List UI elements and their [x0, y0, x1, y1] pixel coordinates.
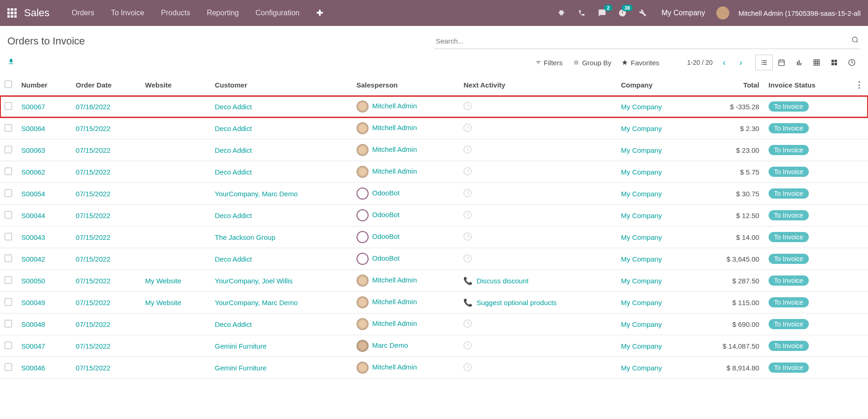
customer[interactable]: The Jackson Group — [215, 233, 276, 241]
order-date[interactable]: 07/15/2022 — [76, 212, 111, 219]
salesperson-avatar[interactable] — [357, 340, 369, 352]
table-row[interactable]: S0005007/15/2022My WebsiteYourCompany, J… — [0, 270, 868, 292]
salesperson-avatar[interactable] — [357, 296, 369, 308]
clock-icon[interactable] — [463, 211, 472, 219]
order-date[interactable]: 07/15/2022 — [76, 233, 111, 241]
order-number[interactable]: S00049 — [21, 299, 45, 306]
salesperson-avatar[interactable] — [357, 122, 369, 134]
salesperson-avatar[interactable] — [357, 253, 369, 265]
order-number[interactable]: S00050 — [21, 277, 45, 285]
salesperson-avatar[interactable] — [357, 275, 369, 287]
col-website[interactable]: Website — [141, 74, 210, 96]
nav-configuration[interactable]: Configuration — [247, 9, 308, 17]
customer[interactable]: Deco Addict — [215, 255, 252, 263]
activity-text[interactable]: Suggest optional products — [476, 299, 556, 306]
nav-reporting[interactable]: Reporting — [198, 9, 247, 17]
company[interactable]: My Company — [621, 190, 662, 198]
company[interactable]: My Company — [621, 168, 662, 176]
salesperson-avatar[interactable] — [357, 166, 369, 178]
company[interactable]: My Company — [621, 233, 662, 241]
salesperson-avatar[interactable] — [357, 231, 369, 243]
row-checkbox[interactable] — [5, 363, 12, 371]
order-date[interactable]: 07/15/2022 — [76, 168, 111, 176]
clock-icon[interactable] — [463, 319, 472, 328]
order-number[interactable]: S00046 — [21, 364, 45, 372]
order-date[interactable]: 07/15/2022 — [76, 277, 111, 285]
salesperson[interactable]: Mitchell Admin — [372, 298, 417, 306]
table-row[interactable]: S0006407/15/2022Deco AddictMitchell Admi… — [0, 118, 868, 139]
company[interactable]: My Company — [621, 212, 662, 219]
col-order-date[interactable]: Order Date — [71, 74, 141, 96]
salesperson-avatar[interactable] — [357, 318, 369, 330]
salesperson-avatar[interactable] — [357, 144, 369, 156]
salesperson[interactable]: Mitchell Admin — [372, 145, 417, 153]
company[interactable]: My Company — [621, 342, 662, 350]
favorites-button[interactable]: Favorites — [622, 59, 659, 67]
row-checkbox[interactable] — [5, 211, 12, 219]
salesperson-avatar[interactable] — [357, 100, 369, 113]
search-input[interactable] — [434, 33, 861, 49]
order-number[interactable]: S00054 — [21, 190, 45, 198]
col-total[interactable]: Total — [693, 74, 764, 96]
salesperson-avatar[interactable] — [357, 188, 369, 200]
phone-activity-icon[interactable]: 📞 — [463, 277, 473, 285]
pager-prev[interactable]: ‹ — [719, 56, 729, 69]
salesperson-avatar[interactable] — [357, 362, 369, 374]
order-date[interactable]: 07/15/2022 — [76, 320, 111, 328]
col-number[interactable]: Number — [17, 74, 71, 96]
order-date[interactable]: 07/15/2022 — [76, 255, 111, 263]
customer[interactable]: Deco Addict — [215, 212, 252, 219]
salesperson[interactable]: OdooBot — [372, 254, 400, 262]
table-row[interactable]: S0005407/15/2022YourCompany, Marc DemoOd… — [0, 183, 868, 205]
select-all-checkbox[interactable] — [5, 81, 12, 88]
view-list-icon[interactable] — [755, 55, 773, 70]
order-number[interactable]: S00063 — [21, 146, 45, 154]
order-number[interactable]: S00047 — [21, 342, 45, 350]
tools-icon[interactable] — [635, 6, 650, 20]
pager-next[interactable]: › — [736, 56, 746, 69]
customer[interactable]: YourCompany, Marc Demo — [215, 190, 298, 198]
salesperson[interactable]: Mitchell Admin — [372, 276, 417, 284]
row-checkbox[interactable] — [5, 146, 12, 153]
company[interactable]: My Company — [621, 364, 662, 372]
clock-icon[interactable] — [463, 363, 472, 371]
col-next-activity[interactable]: Next Activity — [459, 74, 616, 96]
table-row[interactable]: S0004607/15/2022Gemini FurnitureMitchell… — [0, 357, 868, 379]
row-checkbox[interactable] — [5, 168, 12, 175]
order-number[interactable]: S00048 — [21, 320, 45, 328]
clock-icon[interactable] — [463, 145, 472, 154]
row-checkbox[interactable] — [5, 124, 12, 131]
row-checkbox[interactable] — [5, 255, 12, 262]
col-customer[interactable]: Customer — [210, 74, 352, 96]
clock-icon[interactable] — [463, 341, 472, 350]
salesperson-avatar[interactable] — [357, 209, 369, 221]
apps-icon[interactable] — [7, 8, 17, 18]
table-row[interactable]: S0006707/16/2022Deco AddictMitchell Admi… — [0, 96, 868, 118]
clock-icon[interactable] — [463, 167, 472, 175]
table-row[interactable]: S0006207/15/2022Deco AddictMitchell Admi… — [0, 161, 868, 183]
customer[interactable]: Gemini Furniture — [215, 364, 267, 372]
table-row[interactable]: S0004707/15/2022Gemini FurnitureMarc Dem… — [0, 335, 868, 357]
salesperson[interactable]: Mitchell Admin — [372, 102, 417, 110]
nav-to-invoice[interactable]: To Invoice — [103, 9, 153, 17]
clock-icon[interactable] — [463, 254, 472, 263]
order-date[interactable]: 07/15/2022 — [76, 125, 111, 132]
customer[interactable]: Deco Addict — [215, 320, 252, 328]
table-row[interactable]: S0004207/15/2022Deco AddictOdooBotMy Com… — [0, 248, 868, 270]
clock-icon[interactable] — [463, 124, 472, 132]
view-pivot-icon[interactable] — [808, 55, 825, 70]
company[interactable]: My Company — [621, 255, 662, 263]
company[interactable]: My Company — [621, 146, 662, 154]
salesperson[interactable]: OdooBot — [372, 211, 400, 219]
phone-activity-icon[interactable]: 📞 — [463, 299, 473, 306]
view-kanban-icon[interactable] — [825, 55, 843, 70]
order-date[interactable]: 07/15/2022 — [76, 364, 111, 372]
order-date[interactable]: 07/15/2022 — [76, 190, 111, 198]
col-company[interactable]: Company — [616, 74, 694, 96]
salesperson[interactable]: Mitchell Admin — [372, 319, 417, 327]
salesperson[interactable]: Mitchell Admin — [372, 363, 417, 371]
clock-icon[interactable] — [463, 102, 472, 110]
view-calendar-icon[interactable] — [773, 55, 790, 70]
customer[interactable]: Deco Addict — [215, 125, 252, 132]
row-checkbox[interactable] — [5, 189, 12, 197]
